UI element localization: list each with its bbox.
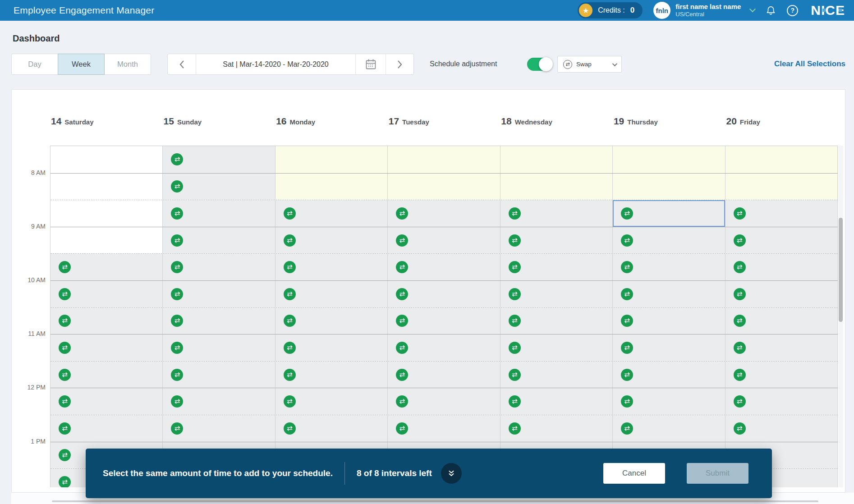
swap-icon[interactable]: ⇄ — [171, 288, 183, 300]
schedule-cell-swap[interactable]: ⇄ — [163, 388, 275, 415]
swap-icon[interactable]: ⇄ — [509, 395, 521, 408]
swap-icon[interactable]: ⇄ — [509, 288, 521, 300]
vertical-scrollbar[interactable] — [838, 146, 843, 487]
tab-month[interactable]: Month — [104, 54, 151, 75]
swap-icon[interactable]: ⇄ — [171, 342, 183, 354]
swap-icon[interactable]: ⇄ — [621, 315, 633, 327]
schedule-cell-swap[interactable]: ⇄ — [388, 227, 500, 254]
swap-icon[interactable]: ⇄ — [396, 234, 408, 247]
schedule-cell-swap[interactable]: ⇄ — [163, 174, 275, 200]
schedule-cell-swap[interactable]: ⇄ — [388, 200, 500, 227]
schedule-cell-swap[interactable]: ⇄ — [51, 254, 163, 280]
schedule-cell-swap[interactable]: ⇄ — [163, 308, 275, 334]
credits-badge[interactable]: ★ Credits : 0 — [578, 2, 643, 18]
schedule-cell-swap[interactable]: ⇄ — [725, 308, 838, 334]
submit-button[interactable]: Submit — [687, 463, 748, 484]
schedule-cell-swap[interactable]: ⇄ — [388, 308, 500, 334]
schedule-cell-swap[interactable]: ⇄ — [275, 254, 388, 280]
schedule-cell-swap[interactable]: ⇄ — [725, 254, 838, 280]
schedule-cell-swap[interactable]: ⇄ — [275, 334, 388, 361]
swap-icon[interactable]: ⇄ — [396, 369, 408, 381]
swap-icon[interactable]: ⇄ — [284, 207, 296, 220]
swap-icon[interactable]: ⇄ — [59, 315, 71, 327]
schedule-cell-empty[interactable] — [51, 146, 163, 173]
swap-icon[interactable]: ⇄ — [509, 315, 521, 327]
schedule-cell-swap[interactable]: ⇄ — [725, 415, 838, 442]
schedule-cell-swap[interactable]: ⇄ — [388, 254, 500, 280]
swap-icon[interactable]: ⇄ — [396, 422, 408, 435]
schedule-cell-swap[interactable]: ⇄ — [51, 334, 163, 361]
schedule-cell-swap[interactable]: ⇄ — [725, 334, 838, 361]
swap-icon[interactable]: ⇄ — [171, 315, 183, 327]
schedule-cell-swap[interactable]: ⇄ — [388, 415, 500, 442]
next-week-button[interactable] — [386, 54, 413, 74]
swap-icon[interactable]: ⇄ — [509, 422, 521, 435]
schedule-cell-swap[interactable]: ⇄ — [500, 308, 613, 334]
swap-icon[interactable]: ⇄ — [171, 180, 183, 192]
swap-icon[interactable]: ⇄ — [59, 369, 71, 381]
schedule-cell-swap[interactable]: ⇄ — [500, 200, 613, 227]
schedule-cell-swap[interactable]: ⇄ — [613, 362, 725, 388]
user-menu[interactable]: fnln first name last name US/Central — [653, 2, 755, 19]
horizontal-scrollbar-thumb[interactable] — [52, 500, 818, 502]
adjustment-type-dropdown[interactable]: ⇄ Swap — [557, 56, 622, 73]
schedule-cell-swap[interactable]: ⇄ — [275, 227, 388, 254]
clear-all-selections-link[interactable]: Clear All Selections — [774, 60, 845, 69]
schedule-cell-swap[interactable]: ⇄ — [51, 281, 163, 307]
schedule-cell-swap[interactable]: ⇄ — [388, 362, 500, 388]
swap-icon[interactable]: ⇄ — [59, 261, 71, 273]
schedule-cell-empty[interactable] — [51, 200, 163, 227]
schedule-cell-swap[interactable]: ⇄ — [275, 281, 388, 307]
swap-icon[interactable]: ⇄ — [59, 476, 71, 487]
swap-icon[interactable]: ⇄ — [396, 288, 408, 300]
calendar-icon[interactable] — [355, 54, 386, 74]
schedule-cell-swap[interactable]: ⇄ — [500, 362, 613, 388]
swap-icon[interactable]: ⇄ — [734, 234, 746, 247]
swap-icon[interactable]: ⇄ — [509, 207, 521, 220]
schedule-cell-swap[interactable]: ⇄ — [725, 388, 838, 415]
schedule-cell-swap[interactable]: ⇄ — [51, 415, 163, 442]
schedule-cell-swap[interactable]: ⇄ — [51, 362, 163, 388]
schedule-cell-swap[interactable]: ⇄ — [388, 281, 500, 307]
schedule-cell-swap[interactable]: ⇄ — [163, 281, 275, 307]
swap-icon[interactable]: ⇄ — [284, 234, 296, 247]
swap-icon[interactable]: ⇄ — [396, 342, 408, 354]
swap-icon[interactable]: ⇄ — [734, 342, 746, 354]
swap-icon[interactable]: ⇄ — [734, 261, 746, 273]
swap-icon[interactable]: ⇄ — [396, 207, 408, 220]
swap-icon[interactable]: ⇄ — [284, 261, 296, 273]
schedule-adjustment-toggle[interactable] — [527, 58, 552, 71]
schedule-cell-swap[interactable]: ⇄ — [388, 388, 500, 415]
swap-icon[interactable]: ⇄ — [59, 449, 71, 461]
swap-icon[interactable]: ⇄ — [396, 315, 408, 327]
prev-week-button[interactable] — [168, 54, 196, 74]
schedule-cell-swap[interactable]: ⇄ — [163, 200, 275, 227]
schedule-cell-swap[interactable]: ⇄ — [500, 388, 613, 415]
schedule-cell-swap[interactable]: ⇄ — [613, 388, 725, 415]
swap-icon[interactable]: ⇄ — [171, 234, 183, 247]
swap-icon[interactable]: ⇄ — [284, 422, 296, 435]
schedule-cell-swap[interactable]: ⇄ — [163, 415, 275, 442]
schedule-cell-swap[interactable]: ⇄ — [500, 227, 613, 254]
swap-icon[interactable]: ⇄ — [734, 315, 746, 327]
schedule-cell-swap[interactable]: ⇄ — [613, 308, 725, 334]
swap-icon[interactable]: ⇄ — [621, 207, 633, 220]
schedule-cell-swap[interactable]: ⇄ — [388, 334, 500, 361]
swap-icon[interactable]: ⇄ — [734, 395, 746, 408]
swap-icon[interactable]: ⇄ — [171, 153, 183, 165]
schedule-cell-swap[interactable]: ⇄ — [275, 388, 388, 415]
swap-icon[interactable]: ⇄ — [734, 207, 746, 220]
schedule-cell-swap[interactable]: ⇄ — [163, 146, 275, 173]
schedule-cell-swap[interactable]: ⇄ — [163, 227, 275, 254]
schedule-cell-swap[interactable]: ⇄ — [613, 415, 725, 442]
collapse-banner-button[interactable] — [441, 463, 462, 484]
swap-icon[interactable]: ⇄ — [284, 315, 296, 327]
swap-icon[interactable]: ⇄ — [171, 395, 183, 408]
swap-icon[interactable]: ⇄ — [621, 369, 633, 381]
vertical-scrollbar-thumb[interactable] — [839, 218, 843, 322]
swap-icon[interactable]: ⇄ — [621, 261, 633, 273]
schedule-cell-swap[interactable]: ⇄ — [500, 254, 613, 280]
schedule-cell-swap[interactable]: ⇄ — [163, 334, 275, 361]
swap-icon[interactable]: ⇄ — [734, 369, 746, 381]
swap-icon[interactable]: ⇄ — [171, 207, 183, 220]
